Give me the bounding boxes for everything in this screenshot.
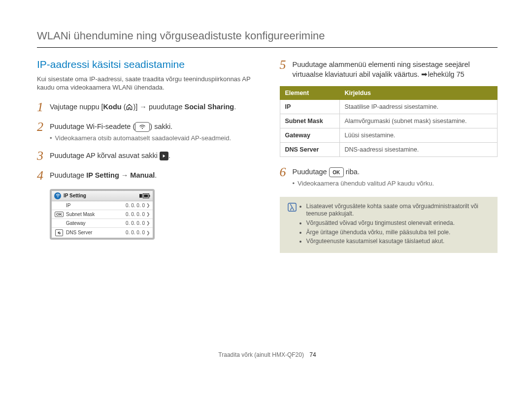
svg-rect-5: [149, 195, 150, 197]
step-6: Puudutage OK riba. Videokaamera ühendub …: [293, 166, 498, 188]
step-number-3: 3: [37, 150, 50, 162]
chevron-right-icon: ❯: [146, 220, 150, 225]
step-number-5: 5: [280, 59, 293, 79]
page-number: 74: [309, 351, 316, 358]
th-element: Element: [280, 87, 339, 100]
intro-text: Kui sisestate oma IP-aadressi, saate tra…: [37, 75, 255, 92]
step-3: Puudutage AP kõrval asuvat sakki .: [50, 150, 255, 162]
note-item: Võrguteenuste kasutamisel kasutage täisl…: [306, 238, 491, 246]
th-desc: Kirjeldus: [339, 87, 498, 100]
step-number-2: 2: [37, 121, 50, 143]
device-row-subnet: OK Subnet Mask 0. 0. 0. 0 ❯: [52, 210, 153, 219]
wifi-dot-icon: [54, 192, 61, 199]
chevron-right-icon: [160, 152, 168, 160]
step-number-1: 1: [37, 101, 50, 114]
description-table: Element Kirjeldus IPStaatilise IP-aadres…: [280, 86, 498, 157]
step-5: Puudutage alammenüü elementi ning sisest…: [293, 59, 498, 79]
note-item: Võrgusätted võivad võrgu tingimustest ol…: [306, 219, 491, 227]
device-screenshot: IP Setting IP 0. 0. 0. 0 ❯ OK Subnet Mas…: [50, 189, 155, 240]
footer: Traadita võrk (ainult HMX-QF20) 74: [37, 351, 498, 358]
chevron-right-icon: ❯: [146, 230, 150, 235]
chevron-right-icon: ❯: [146, 203, 150, 208]
note-item: Ärge üritage ühenduda võrku, mille pääsu…: [306, 229, 491, 237]
step-2: Puudutage Wi-Fi-seadete () sakki. Videok…: [50, 121, 255, 143]
device-row-dns: DNS Server 0. 0. 0. 0 ❯: [52, 228, 153, 238]
step-number-4: 4: [37, 169, 50, 182]
device-title: IP Setting: [64, 193, 86, 198]
page-header: WLANi ühendumine ning võrguseadistuste k…: [37, 30, 498, 48]
svg-rect-2: [139, 194, 142, 197]
home-icon: [126, 103, 133, 111]
svg-point-0: [142, 128, 143, 129]
note-item: Lisateavet võrgusätete kohta saate oma v…: [306, 203, 491, 218]
battery-icon: [139, 193, 150, 198]
note-box: Lisateavet võrgusätete kohta saate oma v…: [280, 197, 498, 253]
footer-text: Traadita võrk (ainult HMX-QF20): [218, 351, 304, 358]
table-row: GatewayLüüsi sisestamine.: [280, 128, 498, 143]
ok-icon: OK: [329, 167, 344, 177]
table-row: Subnet MaskAlamvõrgumaski (subnet mask) …: [280, 114, 498, 128]
wifi-icon: [135, 122, 150, 132]
ok-icon: OK: [55, 212, 64, 217]
table-row: IPStaatilise IP-aadressi sisestamine.: [280, 100, 498, 114]
back-icon: [55, 229, 63, 236]
step-4: Puudutage IP Setting → Manual.: [50, 169, 255, 182]
device-header: IP Setting: [52, 191, 153, 201]
svg-point-1: [57, 196, 58, 197]
step-1: Vajutage nuppu [Kodu ()] → puudutage Soc…: [50, 101, 255, 114]
step-2-sub: Videokaamera otsib automaatselt saadaole…: [50, 134, 255, 143]
step-number-6: 6: [280, 166, 293, 188]
chevron-right-icon: ❯: [146, 212, 150, 217]
note-icon: [287, 203, 298, 247]
device-row-ip: IP 0. 0. 0. 0 ❯: [52, 201, 153, 210]
device-row-gateway: Gateway 0. 0. 0. 0 ❯: [52, 219, 153, 228]
section-title: IP-aadressi käsitsi seadistamine: [37, 59, 255, 70]
right-column: 5 Puudutage alammenüü elementi ning sise…: [280, 59, 498, 253]
svg-rect-4: [144, 194, 148, 197]
left-column: IP-aadressi käsitsi seadistamine Kui sis…: [37, 59, 255, 253]
table-row: DNS ServerDNS-aadressi sisestamine.: [280, 143, 498, 157]
step-6-sub: Videokaamera ühendub valitud AP kaudu võ…: [293, 179, 498, 188]
